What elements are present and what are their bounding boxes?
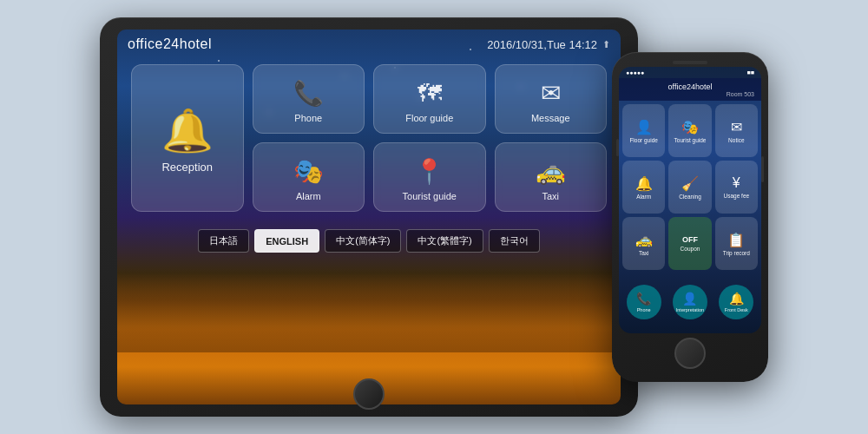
lang-japanese[interactable]: 日本語: [198, 229, 249, 253]
tablet-device: office24hotel 2016/10/31,Tue 14:12 ⬆ 🔔 R…: [100, 17, 638, 417]
phone-status-bar: ●●●●● ■■: [619, 67, 761, 78]
phone-taxi-icon: 🚕: [635, 232, 653, 248]
phone-screen: ●●●●● ■■ office24hotel Room 503 👤 Floor …: [619, 67, 761, 333]
tile-tourist-guide[interactable]: 📍 Tourist guide: [373, 142, 486, 212]
phone-phone-icon: 📞: [636, 292, 651, 306]
lang-korean[interactable]: 한국어: [489, 229, 540, 253]
phone-header: office24hotel Room 503: [619, 78, 761, 101]
phone-usage-fee-icon: ¥: [733, 175, 740, 191]
phone-cleaning-icon: 🧹: [681, 175, 699, 192]
phone-vol-button: [616, 139, 619, 156]
phone-room: Room 503: [626, 91, 754, 97]
tourist-guide-label: Tourist guide: [403, 191, 457, 201]
phone-speaker: [673, 61, 707, 64]
phone-power-button: [761, 156, 764, 182]
tile-phone[interactable]: 📞 Phone: [253, 64, 365, 134]
phone-logo: office24hotel: [626, 82, 754, 91]
tablet-logo: office24hotel: [128, 36, 212, 52]
floor-guide-label: Floor guide: [405, 113, 453, 123]
phone-tile-cleaning[interactable]: 🧹 Cleaning: [668, 161, 711, 214]
tile-alarm[interactable]: 🎭 Alarm: [253, 142, 365, 212]
message-icon: ✉: [541, 79, 561, 108]
phone-phone-label: Phone: [637, 307, 651, 312]
phone-notice-label: Notice: [728, 137, 744, 143]
tablet-screen: office24hotel 2016/10/31,Tue 14:12 ⬆ 🔔 R…: [117, 30, 621, 404]
tablet-home-button[interactable]: [353, 378, 385, 410]
message-label: Message: [531, 113, 570, 123]
tablet-header: office24hotel 2016/10/31,Tue 14:12 ⬆: [117, 30, 621, 57]
phone-tile-front-desk[interactable]: 🔔 Front Desk: [719, 285, 753, 319]
phone-floor-guide-label: Floor guide: [629, 137, 658, 143]
reception-label: Reception: [161, 161, 213, 174]
phone-tile-taxi[interactable]: 🚕 Taxi: [622, 217, 665, 270]
phone-trip-record-icon: 📋: [727, 232, 745, 248]
phone-battery: ■■: [747, 69, 754, 76]
phone-trip-record-label: Trip record: [723, 250, 750, 256]
phone-coupon-label: Coupon: [681, 246, 700, 252]
taxi-label: Taxi: [542, 191, 559, 201]
phone-tile-alarm[interactable]: 🔔 Alarm: [622, 161, 665, 214]
tile-taxi[interactable]: 🚕 Taxi: [495, 142, 608, 212]
phone-alarm-icon: 🔔: [635, 175, 653, 192]
lang-simplified-chinese[interactable]: 中文(简体字): [325, 229, 401, 253]
phone-tourist-guide-icon: 🎭: [681, 119, 699, 135]
tile-reception[interactable]: 🔔 Reception: [131, 64, 244, 212]
lang-traditional-chinese[interactable]: 中文(繁體字): [406, 229, 483, 253]
phone-tile-phone[interactable]: 📞 Phone: [627, 285, 661, 319]
phone-tile-usage-fee[interactable]: ¥ Usage fee: [715, 161, 758, 214]
phone-tile-floor-guide[interactable]: 👤 Floor guide: [622, 104, 665, 157]
phone-tourist-guide-label: Tourist guide: [674, 137, 707, 143]
phone-tile-tourist-guide[interactable]: 🎭 Tourist guide: [668, 104, 711, 157]
phone-taxi-label: Taxi: [639, 250, 649, 256]
lang-english[interactable]: ENGLISH: [254, 229, 319, 253]
phone-usage-fee-label: Usage fee: [724, 193, 750, 199]
phone-tile-coupon[interactable]: OFF Coupon: [668, 217, 711, 270]
phone-home-button[interactable]: [674, 338, 706, 369]
phone-device: ●●●●● ■■ office24hotel Room 503 👤 Floor …: [612, 52, 768, 382]
phone-cleaning-label: Cleaning: [679, 194, 701, 200]
phone-tile-trip-record[interactable]: 📋 Trip record: [715, 217, 758, 270]
tile-floor-guide[interactable]: 🗺 Floor guide: [373, 64, 486, 134]
tablet-app-grid: 🔔 Reception 📞 Phone 🗺 Floor guide ✉ Mess…: [117, 57, 621, 222]
cloud-overlay: [117, 266, 621, 352]
phone-signal: ●●●●●: [626, 69, 644, 76]
upload-icon: ⬆: [602, 39, 610, 50]
phone-floor-guide-icon: 👤: [635, 119, 653, 135]
phone-front-desk-label: Front Desk: [725, 307, 748, 312]
tile-message[interactable]: ✉ Message: [495, 64, 608, 134]
tablet-datetime: 2016/10/31,Tue 14:12 ⬆: [487, 38, 610, 51]
phone-notice-icon: ✉: [731, 119, 742, 135]
phone-label: Phone: [294, 113, 322, 123]
phone-icon: 📞: [293, 79, 324, 108]
phone-interpretation-label: Interpretation: [676, 307, 704, 312]
phone-interpretation-icon: 👤: [682, 292, 697, 306]
phone-coupon-icon: OFF: [682, 235, 698, 244]
phone-app-grid: 👤 Floor guide 🎭 Tourist guide ✉ Notice 🔔…: [619, 101, 761, 333]
phone-tile-notice[interactable]: ✉ Notice: [715, 104, 758, 157]
reception-icon: 🔔: [161, 107, 214, 155]
phone-alarm-label: Alarm: [636, 194, 651, 200]
phone-tile-interpretation[interactable]: 👤 Interpretation: [673, 285, 707, 319]
taxi-icon: 🚕: [536, 157, 566, 186]
alarm-label: Alarm: [296, 191, 321, 201]
alarm-icon: 🎭: [293, 157, 324, 186]
language-bar: 日本語 ENGLISH 中文(简体字) 中文(繁體字) 한국어: [117, 222, 621, 261]
tourist-guide-icon: 📍: [414, 157, 444, 186]
floor-guide-icon: 🗺: [418, 79, 442, 108]
phone-front-desk-icon: 🔔: [729, 292, 744, 306]
